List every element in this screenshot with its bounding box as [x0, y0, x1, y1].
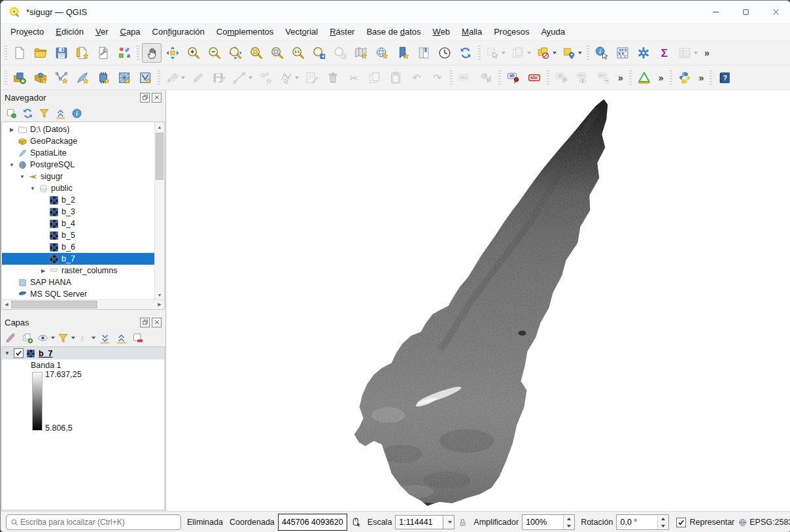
- browser-item-b-5[interactable]: b_5: [2, 229, 164, 241]
- browser-item-b-3[interactable]: b_3: [2, 206, 164, 218]
- maximize-button[interactable]: [730, 1, 761, 23]
- scroll-up-icon[interactable]: ▲: [155, 122, 164, 131]
- crs-status[interactable]: EPSG:25830: [738, 518, 790, 527]
- zoom-selection-button[interactable]: [247, 43, 266, 63]
- rotation-input[interactable]: [617, 515, 657, 529]
- toolbar-grip[interactable]: [137, 46, 139, 60]
- dropdown-arrow-icon[interactable]: [71, 337, 75, 339]
- menu-web[interactable]: Web: [427, 25, 456, 39]
- python-console-button[interactable]: [675, 68, 695, 88]
- new-shapefile-button[interactable]: [52, 68, 71, 88]
- browser-item-b-6[interactable]: b_6: [2, 241, 164, 253]
- browser-item-d-datos-[interactable]: ▶D:\ (Datos): [2, 124, 164, 135]
- menu-procesos[interactable]: Procesos: [488, 25, 535, 39]
- magnifier-input[interactable]: [523, 515, 563, 529]
- scroll-right-icon[interactable]: ▶: [155, 300, 164, 309]
- layer-expander-icon[interactable]: ▼: [5, 350, 12, 356]
- zoom-in-button[interactable]: [184, 43, 203, 63]
- add-group-button[interactable]: [20, 330, 35, 346]
- expand-all-button[interactable]: [97, 330, 112, 346]
- new-spatialite-button[interactable]: [73, 68, 92, 88]
- layout-manager-button[interactable]: [94, 43, 113, 63]
- panel-splitter[interactable]: [1, 310, 165, 315]
- expander-open-icon[interactable]: ▼: [7, 162, 16, 168]
- new-layout-button[interactable]: [73, 43, 92, 63]
- toolbar-grip[interactable]: [587, 46, 589, 60]
- magnifier-down-button[interactable]: [564, 522, 574, 529]
- browser-item-sap-hana[interactable]: SAP HANA: [2, 276, 164, 288]
- add-selected-layer-button[interactable]: [3, 105, 19, 121]
- collapse-all-button[interactable]: [52, 105, 68, 121]
- dropdown-arrow-icon[interactable]: [578, 52, 582, 54]
- layers-close-button[interactable]: [152, 318, 162, 327]
- toolbar-grip[interactable]: [670, 71, 672, 85]
- zoom-layer-button[interactable]: [267, 43, 287, 63]
- pan-selection-button[interactable]: [163, 43, 182, 63]
- render-checkbox-group[interactable]: Representar: [676, 518, 734, 527]
- scrollbar-thumb[interactable]: [156, 133, 163, 180]
- rotation-down-button[interactable]: [658, 522, 668, 529]
- dropdown-arrow-icon[interactable]: [92, 337, 95, 339]
- help-button[interactable]: ?: [715, 68, 734, 88]
- filter-browser-button[interactable]: [36, 105, 52, 121]
- browser-item-geopackage[interactable]: GeoPackage: [2, 135, 164, 147]
- new-geopackage-button[interactable]: [31, 68, 50, 88]
- scale-input[interactable]: [395, 515, 443, 529]
- magnifier-up-button[interactable]: [564, 515, 574, 522]
- refresh-button[interactable]: [20, 105, 35, 121]
- dropdown-arrow-icon[interactable]: [295, 76, 299, 79]
- style-manager-button[interactable]: a: [114, 43, 134, 63]
- toolbar-grip[interactable]: [629, 71, 632, 85]
- locator-input[interactable]: [19, 517, 177, 527]
- toolbar-overflow-button[interactable]: »: [614, 73, 627, 83]
- toolbar-grip[interactable]: [710, 71, 712, 85]
- identify-button[interactable]: i: [592, 43, 611, 63]
- toolbar-grip[interactable]: [158, 71, 160, 85]
- dropdown-arrow-icon[interactable]: [51, 337, 55, 339]
- zoom-full-button[interactable]: [226, 43, 245, 63]
- menu-ver[interactable]: Ver: [90, 25, 114, 39]
- deselect-all-button[interactable]: [534, 43, 558, 63]
- statistical-summary-button[interactable]: [613, 43, 632, 63]
- coordinate-input[interactable]: [278, 514, 347, 531]
- layers-float-button[interactable]: [140, 318, 150, 327]
- menu-malla[interactable]: Malla: [456, 25, 488, 39]
- zoom-out-button[interactable]: [205, 43, 224, 63]
- layer-visibility-checkbox[interactable]: [14, 348, 24, 358]
- render-checkbox[interactable]: [676, 518, 686, 527]
- data-source-manager-button[interactable]: [10, 68, 29, 88]
- browser-item-sigugr[interactable]: ▼sigugr: [2, 171, 164, 182]
- toolbar-overflow-button[interactable]: »: [695, 73, 708, 83]
- browser-item-raster-columns[interactable]: ▶raster_columns: [2, 265, 164, 276]
- menu-capa[interactable]: Capa: [114, 25, 146, 39]
- browser-float-button[interactable]: [140, 93, 150, 103]
- browser-vertical-scrollbar[interactable]: ▲ ▼: [154, 122, 164, 299]
- lock-icon[interactable]: [458, 518, 468, 527]
- browser-item-spatialite[interactable]: SpatiaLite: [2, 147, 164, 159]
- folder-open-button[interactable]: [31, 43, 50, 63]
- scroll-left-icon[interactable]: ◀: [2, 300, 11, 309]
- dropdown-arrow-icon[interactable]: [553, 52, 557, 54]
- manage-themes-button[interactable]: [36, 330, 56, 346]
- expander-open-icon[interactable]: ▼: [18, 174, 27, 180]
- toolbar-grip[interactable]: [5, 46, 7, 60]
- scroll-down-icon[interactable]: ▼: [155, 290, 164, 299]
- new-vector-button[interactable]: [135, 68, 155, 88]
- browser-item-postgresql[interactable]: ▼PostgreSQL: [2, 159, 164, 171]
- menu-proyecto[interactable]: Proyecto: [5, 25, 50, 39]
- processing-toolbox-button[interactable]: [634, 43, 653, 63]
- save-button[interactable]: [52, 43, 71, 63]
- new-map-view-button[interactable]: [351, 43, 371, 63]
- new-mesh-button[interactable]: [94, 68, 113, 88]
- remove-layer-button[interactable]: [129, 330, 145, 346]
- sum-features-button[interactable]: Σ: [655, 43, 674, 63]
- browser-close-button[interactable]: [152, 93, 162, 103]
- layer-name[interactable]: b_7: [39, 349, 53, 358]
- plugin-triangle-button[interactable]: [634, 68, 654, 88]
- layer-item-b7[interactable]: ▼ b_7: [2, 347, 164, 359]
- dropdown-arrow-icon[interactable]: [694, 52, 698, 54]
- dropdown-arrow-icon[interactable]: [502, 52, 506, 54]
- browser-item-b-7[interactable]: b_7: [2, 253, 164, 265]
- new-3d-map-view-button[interactable]: [372, 43, 392, 63]
- labeling-button[interactable]: ab: [504, 68, 523, 88]
